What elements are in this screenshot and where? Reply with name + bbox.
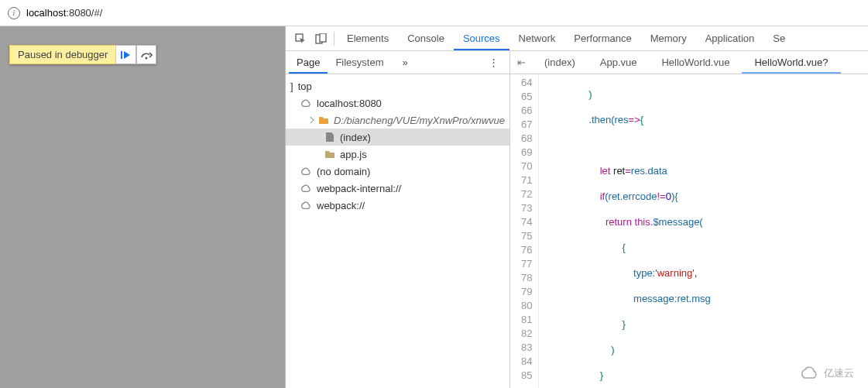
file-tree: ] top localhost:8080 D:/biancheng/VUE/my… <box>286 74 509 388</box>
editor-tab-index[interactable]: (index) <box>532 51 588 74</box>
tab-elements[interactable]: Elements <box>338 26 398 50</box>
paused-message: Paused in debugger <box>9 45 116 64</box>
tree-project[interactable]: D:/biancheng/VUE/myXnwPro/xnwvue <box>286 112 509 129</box>
tree-nodomain[interactable]: (no domain) <box>286 163 509 180</box>
tree-host[interactable]: localhost:8080 <box>286 94 509 112</box>
svg-rect-0 <box>121 51 122 59</box>
tree-appjs[interactable]: app.js <box>286 146 509 163</box>
chevron-right-icon <box>307 116 314 123</box>
watermark: 亿速云 <box>799 366 854 380</box>
tab-performance[interactable]: Performance <box>564 26 640 50</box>
tab-memory[interactable]: Memory <box>641 26 696 50</box>
step-over-button[interactable] <box>136 45 156 64</box>
navigator-panel: Page Filesystem » ⋮ ] top localhost:8080… <box>286 51 510 388</box>
navtab-filesystem[interactable]: Filesystem <box>328 51 391 74</box>
inspect-icon[interactable] <box>290 29 310 49</box>
tree-webpack-internal[interactable]: webpack-internal:// <box>286 180 509 197</box>
url-display: localhost:8080/#/ <box>26 7 102 19</box>
tab-console[interactable]: Console <box>398 26 454 50</box>
navtab-menu[interactable]: ⋮ <box>481 57 506 68</box>
devtools-tabs: Elements Console Sources Network Perform… <box>286 26 868 51</box>
code-area[interactable]: 6465666768697071727374757677787980818283… <box>510 74 868 388</box>
devtools-panel: Elements Console Sources Network Perform… <box>285 26 868 388</box>
editor-tab-app[interactable]: App.vue <box>588 51 650 74</box>
resume-button[interactable] <box>116 45 136 64</box>
navtab-page[interactable]: Page <box>289 51 328 74</box>
tab-application[interactable]: Application <box>696 26 764 50</box>
source-code[interactable]: ) .then(res=>{ let ret=res.data if(ret.e… <box>539 74 868 388</box>
navigator-tabs: Page Filesystem » ⋮ <box>286 51 509 74</box>
line-gutter: 6465666768697071727374757677787980818283… <box>510 74 539 388</box>
tree-index[interactable]: (index) <box>286 129 509 146</box>
page-viewport: Paused in debugger <box>0 26 285 388</box>
svg-rect-4 <box>320 33 326 42</box>
tab-security[interactable]: Se <box>763 26 794 50</box>
main-area: Paused in debugger Elements Console Sour… <box>0 26 868 388</box>
editor-nav-back[interactable]: ⇤ <box>510 57 532 68</box>
svg-point-1 <box>146 57 148 59</box>
device-toggle-icon[interactable] <box>310 29 331 49</box>
navtab-more[interactable]: » <box>395 51 416 74</box>
editor-tab-hw2[interactable]: HelloWorld.vue? <box>742 51 840 74</box>
editor-tabs: ⇤ (index) App.vue HelloWorld.vue HelloWo… <box>510 51 868 74</box>
site-info-icon[interactable]: i <box>8 7 20 19</box>
tab-sources[interactable]: Sources <box>454 26 509 50</box>
address-bar[interactable]: i localhost:8080/#/ <box>0 0 868 26</box>
editor-panel: ⇤ (index) App.vue HelloWorld.vue HelloWo… <box>510 51 868 388</box>
tree-webpack[interactable]: webpack:// <box>286 197 509 214</box>
editor-tab-hw1[interactable]: HelloWorld.vue <box>649 51 742 74</box>
tree-top[interactable]: ] top <box>286 77 509 94</box>
paused-overlay: Paused in debugger <box>9 45 156 64</box>
tab-network[interactable]: Network <box>509 26 565 50</box>
